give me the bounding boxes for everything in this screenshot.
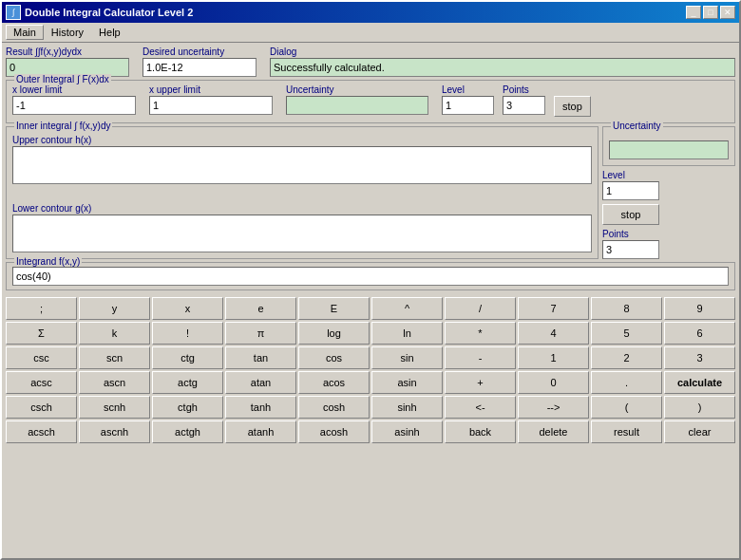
btn-acos[interactable]: acos — [298, 371, 370, 394]
btn-ctgh[interactable]: ctgh — [152, 396, 223, 419]
btn-asinh[interactable]: asinh — [371, 420, 443, 443]
outer-uncertainty-input — [286, 96, 428, 115]
x-lower-group: x lower limit — [12, 84, 145, 115]
btn-csc[interactable]: csc — [6, 346, 77, 369]
btn-cos[interactable]: cos — [298, 346, 370, 369]
btn-x[interactable]: x — [152, 297, 223, 320]
btn-actg[interactable]: actg — [152, 371, 223, 394]
btn-tanh[interactable]: tanh — [225, 396, 296, 419]
btn-multiply[interactable]: * — [445, 322, 516, 345]
btn-actgh[interactable]: actgh — [152, 420, 223, 443]
btn-1[interactable]: 1 — [518, 346, 589, 369]
btn-open-paren[interactable]: ( — [591, 396, 662, 419]
btn-sigma[interactable]: Σ — [6, 322, 77, 345]
btn-7[interactable]: 7 — [518, 297, 589, 320]
btn-delete[interactable]: delete — [518, 420, 589, 443]
maximize-button[interactable]: □ — [703, 6, 718, 19]
x-upper-label: x upper limit — [149, 84, 282, 95]
btn-ln[interactable]: ln — [371, 322, 443, 345]
btn-ascnh[interactable]: ascnh — [79, 420, 150, 443]
calc-row-2: Σ k ! π log ln * 4 5 6 — [6, 322, 735, 345]
btn-log[interactable]: log — [298, 322, 370, 345]
btn-tan[interactable]: tan — [225, 346, 296, 369]
btn-acosh[interactable]: acosh — [298, 420, 370, 443]
outer-level-input[interactable] — [442, 96, 494, 115]
btn-semicolon[interactable]: ; — [6, 297, 77, 320]
lower-contour-input[interactable] — [12, 215, 592, 252]
desired-uncertainty-label: Desired uncertainty — [142, 47, 266, 57]
calc-row-5: csch scnh ctgh tanh cosh sinh <- --> ( ) — [6, 396, 735, 419]
btn-2[interactable]: 2 — [591, 346, 662, 369]
calc-row-6: acsch ascnh actgh atanh acosh asinh back… — [6, 420, 735, 443]
desired-uncertainty-input[interactable] — [142, 58, 256, 77]
menu-help[interactable]: Help — [91, 25, 128, 40]
inner-points-input[interactable] — [602, 240, 659, 259]
dialog-input — [270, 58, 735, 77]
btn-pi[interactable]: π — [225, 322, 296, 345]
window-icon: ∫ — [6, 5, 21, 20]
btn-6[interactable]: 6 — [664, 322, 735, 345]
btn-divide[interactable]: / — [445, 297, 516, 320]
x-upper-input[interactable] — [149, 96, 273, 115]
inner-stop-button[interactable]: stop — [602, 204, 659, 225]
btn-e-upper[interactable]: E — [298, 297, 370, 320]
outer-points-group: Points — [503, 84, 550, 115]
btn-ascn[interactable]: ascn — [79, 371, 150, 394]
btn-9[interactable]: 9 — [664, 297, 735, 320]
outer-level-label: Level — [442, 84, 499, 95]
upper-contour-input[interactable] — [12, 146, 592, 184]
btn-sin[interactable]: sin — [371, 346, 443, 369]
outer-points-input[interactable] — [503, 96, 545, 115]
middle-section: Inner integral ∫ f(x,y)dy Upper contour … — [6, 126, 735, 259]
btn-plus[interactable]: + — [445, 371, 516, 394]
btn-caret[interactable]: ^ — [371, 297, 443, 320]
btn-left-arrow[interactable]: <- — [445, 396, 516, 419]
close-button[interactable]: ✕ — [720, 6, 735, 19]
btn-right-arrow[interactable]: --> — [518, 396, 589, 419]
inner-level-group: Level — [602, 170, 735, 200]
window-controls: _ □ ✕ — [686, 6, 735, 19]
btn-atan[interactable]: atan — [225, 371, 296, 394]
calculate-button[interactable]: calculate — [664, 371, 735, 394]
btn-k[interactable]: k — [79, 322, 150, 345]
btn-dot[interactable]: . — [591, 371, 662, 394]
result-label: Result ∫∫f(x,y)dydx — [6, 47, 139, 57]
btn-clear[interactable]: clear — [664, 420, 735, 443]
x-lower-input[interactable] — [12, 96, 136, 115]
integrand-input[interactable] — [12, 267, 729, 286]
btn-ctg[interactable]: ctg — [152, 346, 223, 369]
btn-cosh[interactable]: cosh — [298, 396, 370, 419]
dialog-group: Dialog — [270, 47, 735, 77]
btn-0[interactable]: 0 — [518, 371, 589, 394]
btn-3[interactable]: 3 — [664, 346, 735, 369]
btn-scn[interactable]: scn — [79, 346, 150, 369]
inner-integral-label: Inner integral ∫ f(x,y)dy — [14, 121, 112, 131]
btn-scnh[interactable]: scnh — [79, 396, 150, 419]
btn-acsc[interactable]: acsc — [6, 371, 77, 394]
menu-history[interactable]: History — [44, 25, 91, 40]
outer-stop-button[interactable]: stop — [554, 96, 591, 117]
btn-y[interactable]: y — [79, 297, 150, 320]
minimize-button[interactable]: _ — [686, 6, 701, 19]
btn-sinh[interactable]: sinh — [371, 396, 443, 419]
outer-points-label: Points — [503, 84, 550, 95]
inner-uncertainty-label: Uncertainty — [611, 121, 663, 131]
menu-main[interactable]: Main — [6, 25, 44, 40]
btn-back[interactable]: back — [445, 420, 516, 443]
btn-8[interactable]: 8 — [591, 297, 662, 320]
btn-factorial[interactable]: ! — [152, 322, 223, 345]
btn-csch[interactable]: csch — [6, 396, 77, 419]
integrand-section: Integrand f(x,y) — [6, 262, 735, 290]
btn-5[interactable]: 5 — [591, 322, 662, 345]
inner-level-label: Level — [602, 170, 735, 180]
outer-stop-group: stop — [554, 96, 591, 117]
btn-close-paren[interactable]: ) — [664, 396, 735, 419]
btn-asin[interactable]: asin — [371, 371, 443, 394]
btn-result[interactable]: result — [591, 420, 662, 443]
btn-atanh[interactable]: atanh — [225, 420, 296, 443]
btn-e-lower[interactable]: e — [225, 297, 296, 320]
btn-acsch[interactable]: acsch — [6, 420, 77, 443]
inner-level-input[interactable] — [602, 181, 659, 200]
btn-4[interactable]: 4 — [518, 322, 589, 345]
btn-minus[interactable]: - — [445, 346, 516, 369]
